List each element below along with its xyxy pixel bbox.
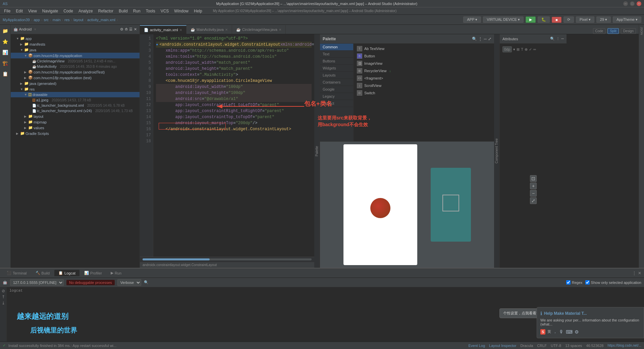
attr-menu[interactable]: ⋮: [556, 37, 560, 41]
palette-cat-layouts[interactable]: Layouts: [320, 72, 353, 79]
tree-a1jpeg[interactable]: 🖼 a1.jpeg 2020/10/5 14:53, 17.78 kB: [11, 97, 140, 103]
project-settings[interactable]: ☰: [129, 27, 132, 32]
breadcrumb-main[interactable]: main: [53, 18, 61, 22]
tree-values[interactable]: ▶ 📁 values: [11, 125, 140, 131]
palette-minimize[interactable]: ─: [484, 37, 487, 41]
split-view-btn[interactable]: Split: [607, 28, 619, 34]
project-collapse[interactable]: ⟰: [125, 27, 128, 32]
close-tab-mainactivity[interactable]: ✕: [225, 28, 228, 32]
tab-terminal[interactable]: ⬛ Terminal: [3, 270, 31, 276]
tree-ic-launcher-fg[interactable]: 📄 ic_launcher_foreground.xml (v24) 2020/…: [11, 108, 140, 113]
tree-layout[interactable]: ▶ 📁 layout: [11, 113, 140, 119]
breadcrumb-res[interactable]: res: [64, 18, 69, 22]
tree-drawable[interactable]: ▼ 🖼 drawable: [11, 92, 140, 97]
close-btn[interactable]: ✕: [637, 1, 641, 6]
stop-btn[interactable]: ■: [552, 17, 561, 23]
palette-fragment[interactable]: <> <fragment>: [355, 74, 493, 82]
component-tree-strip[interactable]: Component Tree: [494, 34, 499, 268]
close-tab-activity-main[interactable]: ✕: [179, 28, 182, 32]
breadcrumb-file[interactable]: activity_main.xml: [87, 18, 115, 22]
close-tab-circleimageview[interactable]: ✕: [279, 28, 281, 32]
palette-cat-containers[interactable]: Containers: [320, 79, 353, 86]
api-dropdown[interactable]: 29 ▾: [596, 16, 611, 23]
android-dropdown[interactable]: ▾: [34, 27, 36, 32]
menu-code[interactable]: Code: [61, 8, 76, 14]
show-only-checkbox[interactable]: Show only selected application: [585, 280, 641, 285]
logcat-filter-icon[interactable]: 🔍: [144, 280, 149, 285]
palette-cat-common[interactable]: Common: [320, 44, 353, 51]
minimize-btn[interactable]: ─: [623, 1, 628, 6]
run-btn[interactable]: ▶: [526, 16, 536, 23]
project-icon[interactable]: 📁: [1, 27, 9, 35]
palette-textview[interactable]: T Ab TextView: [355, 45, 493, 52]
tab-activity-main[interactable]: 📄 activity_main.xml ✕: [140, 25, 186, 34]
debug-btn[interactable]: 🐛: [538, 16, 550, 23]
menu-edit[interactable]: Edit: [13, 8, 25, 14]
palette-recyclerview[interactable]: ⊞ RecyclerView ↓: [355, 67, 493, 74]
breadcrumb-src[interactable]: src: [44, 18, 49, 22]
app-dropdown[interactable]: APP ▾: [463, 16, 481, 23]
palette-imageview[interactable]: 🖼 ImageView: [355, 60, 493, 67]
menu-run[interactable]: Run: [130, 8, 143, 14]
structure-icon[interactable]: 📋: [1, 70, 9, 78]
device-select[interactable]: 127.0.0.1:5555 [OFFLINE]: [10, 279, 64, 286]
attr-minimize[interactable]: ─: [561, 37, 564, 41]
palette-cat-project[interactable]: Project: [320, 100, 353, 107]
palette-search-icon[interactable]: 🔍: [472, 37, 477, 41]
tree-mipmap[interactable]: ▶ 📁 mipmap: [11, 119, 140, 125]
menu-refactor[interactable]: Refactor: [96, 8, 116, 14]
tree-app[interactable]: ▼ 📁 app: [11, 36, 140, 41]
tab-profiler[interactable]: 📊 Profiler: [80, 270, 106, 276]
tab-build[interactable]: 🔨 Build: [32, 270, 54, 276]
palette-cat-google[interactable]: Google: [320, 86, 353, 93]
tree-package-test[interactable]: ▶ 📦 com.hnucm18jr.myapplication (test): [11, 75, 140, 81]
regex-checkbox[interactable]: Regex: [566, 280, 583, 285]
breadcrumb-project[interactable]: MyApplication39: [3, 18, 30, 22]
level-select[interactable]: Verbose Debug Info Warn Error: [117, 279, 141, 286]
event-log-btn[interactable]: Event Log: [469, 344, 485, 348]
tree-package-main[interactable]: ▼ 📦 com.hnucm18jr.myapplication: [11, 53, 140, 58]
tree-res[interactable]: ▼ 📁 res: [11, 86, 140, 92]
tree-java-generated[interactable]: ▶ 📁 java (generated): [11, 81, 140, 86]
project-gear[interactable]: ⚙: [120, 27, 123, 32]
favorites-icon[interactable]: ⭐: [1, 38, 9, 46]
status-crlf[interactable]: CRLF: [537, 344, 547, 348]
code-text[interactable]: <?xml version="1.0" encoding="utf-8"?> ●…: [153, 34, 314, 257]
palette-expand[interactable]: ⤢: [488, 37, 491, 41]
breadcrumb-layout[interactable]: layout: [73, 18, 83, 22]
menu-view[interactable]: View: [25, 8, 40, 14]
menu-window[interactable]: Window: [171, 8, 191, 14]
menu-tools[interactable]: Tools: [143, 8, 158, 14]
menu-file[interactable]: File: [1, 8, 13, 14]
logcat-clear[interactable]: ⊘: [2, 289, 5, 293]
tree-package-android-test[interactable]: ▶ 📦 com.hnucm18jr.myapplication (android…: [11, 69, 140, 75]
palette-scrollview[interactable]: ↕ ScrollView: [355, 82, 493, 89]
theme-dropdown[interactable]: AppTheme ▾: [613, 16, 641, 23]
design-view-btn[interactable]: Design: [621, 28, 636, 34]
maximize-btn[interactable]: □: [630, 1, 635, 6]
palette-cat-widgets[interactable]: Widgets: [320, 65, 353, 72]
build-variants-icon[interactable]: 🏗️: [1, 59, 9, 67]
menu-analyze[interactable]: Analyze: [76, 8, 96, 14]
json-viewer-icon[interactable]: JSON: [640, 27, 643, 35]
resource-icon[interactable]: 📊: [1, 48, 9, 56]
palette-cat-legacy[interactable]: Legacy: [320, 93, 353, 100]
tree-ic-launcher-bg[interactable]: 📄 ic_launcher_background.xml 2020/10/5 1…: [11, 103, 140, 108]
blog-link[interactable]: https://blog.csdn.net/...: [607, 344, 641, 347]
layout-inspector-btn[interactable]: Layout Inspector: [489, 344, 516, 348]
palette-cat-buttons[interactable]: Buttons: [320, 58, 353, 65]
device-dropdown[interactable]: VIRTUAL DEVICE ▾: [483, 16, 524, 23]
logcat-scroll-bottom[interactable]: ⤓: [2, 301, 5, 305]
tab-mainactivity[interactable]: ☕ MainActivity.java ✕: [186, 25, 232, 34]
menu-build[interactable]: Build: [116, 8, 130, 14]
tree-mainactivity[interactable]: ☕ MainActivity 2020/10/5 14:49, 353 B 4 …: [11, 64, 140, 69]
tab-run[interactable]: ▶ Run: [107, 270, 125, 276]
menu-vcs[interactable]: VCS: [158, 8, 172, 14]
sync-btn[interactable]: ⟳: [564, 16, 574, 23]
tree-java[interactable]: ▼ 📁 java: [11, 47, 140, 53]
tree-manifests[interactable]: ▶ 📁 manifests: [11, 41, 140, 47]
menu-help[interactable]: Help: [191, 8, 205, 14]
logcat-scroll-top[interactable]: ⤒: [2, 295, 5, 299]
pixel-dropdown[interactable]: Pixel ▾: [576, 16, 594, 23]
menu-navigate[interactable]: Navigate: [40, 8, 61, 14]
